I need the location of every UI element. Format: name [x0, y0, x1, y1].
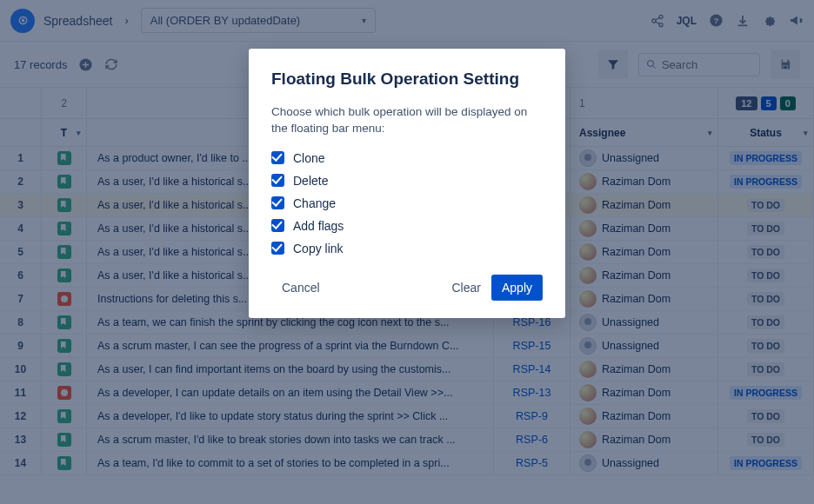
modal-option[interactable]: Add flags: [271, 219, 543, 233]
option-label: Copy link: [293, 242, 344, 255]
checkbox-icon: [271, 219, 284, 232]
option-label: Delete: [293, 174, 328, 188]
modal-option[interactable]: Delete: [271, 174, 543, 188]
modal-option[interactable]: Change: [271, 196, 543, 210]
option-label: Clone: [293, 151, 325, 165]
checkbox-icon: [271, 151, 284, 164]
option-label: Add flags: [293, 219, 344, 233]
modal-option[interactable]: Copy link: [271, 242, 543, 255]
cancel-button[interactable]: Cancel: [271, 275, 330, 301]
checkbox-icon: [271, 196, 284, 209]
modal-option[interactable]: Clone: [271, 151, 543, 165]
bulk-operation-modal: Floating Bulk Operation Setting Choose w…: [249, 49, 565, 318]
modal-overlay[interactable]: Floating Bulk Operation Setting Choose w…: [0, 0, 814, 504]
option-label: Change: [293, 196, 336, 210]
clear-button[interactable]: Clear: [442, 275, 491, 301]
modal-description: Choose which bulk operation will be disp…: [271, 104, 543, 137]
modal-actions: Cancel Clear Apply: [271, 275, 543, 301]
checkbox-icon: [271, 174, 284, 187]
modal-title: Floating Bulk Operation Setting: [271, 70, 543, 89]
apply-button[interactable]: Apply: [491, 275, 543, 301]
modal-options: CloneDeleteChangeAdd flagsCopy link: [271, 151, 543, 255]
checkbox-icon: [271, 242, 284, 255]
